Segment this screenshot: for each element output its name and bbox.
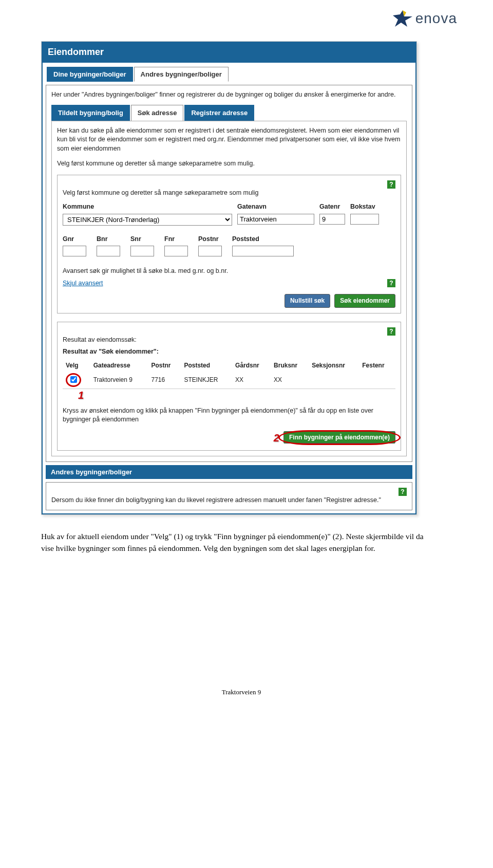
col-velg: Velg: [63, 360, 90, 372]
skjul-avansert-link[interactable]: Skjul avansert: [63, 279, 103, 288]
annotation-marker-1: 1: [78, 390, 84, 401]
subheader-andres: Andres bygninger/boliger: [46, 465, 412, 479]
sok-panel: Her kan du søke på alle eiendommer som e…: [51, 121, 407, 456]
col-bruksnr: Bruksnr: [271, 360, 309, 372]
manual-register-hint: Dersom du ikke finner din bolig/bygning …: [51, 496, 407, 505]
andre-intro-text: Her under "Andres bygninger/boliger" fin…: [51, 90, 407, 100]
snr-input[interactable]: [130, 246, 154, 256]
col-gardsnr: Gårdsnr: [232, 360, 271, 372]
subtab-registrer[interactable]: Registrer adresse: [184, 105, 254, 121]
cell-bruksnr: XX: [271, 372, 309, 389]
cell-gardsnr: XX: [232, 372, 271, 389]
help-icon[interactable]: ?: [387, 327, 395, 336]
gnr-input[interactable]: [63, 246, 86, 256]
logo-text: enova: [415, 10, 457, 27]
app-screenshot: Eiendommer Dine bygninger/boliger Andres…: [41, 41, 417, 515]
sok-eiendommer-button[interactable]: Søk eiendommer: [334, 294, 395, 308]
label-bokstav: Bokstav: [350, 202, 379, 212]
document-body-text: Huk av for aktuell eiendom under "Velg" …: [41, 530, 431, 555]
manual-register-hint-box: ? Dersom du ikke finner din bolig/bygnin…: [46, 482, 412, 511]
table-row: Traktorveien 9 7716 STEINKJER XX XX: [63, 372, 395, 389]
enova-logo: enova: [393, 10, 457, 27]
bnr-input[interactable]: [97, 246, 120, 256]
cell-poststed: STEINKJER: [181, 372, 232, 389]
result-heading-2: Resultat av "Søk eiendommer":: [63, 347, 395, 357]
kommune-select[interactable]: STEINKJER (Nord-Trønderlag): [63, 214, 232, 226]
col-seksjonsnr: Seksjonsnr: [309, 360, 359, 372]
help-icon[interactable]: ?: [399, 488, 407, 496]
finn-bygninger-button[interactable]: Finn bygninger på eiendommen(e): [283, 431, 395, 444]
search-form-box: ? Velg først kommune og deretter så mang…: [57, 175, 401, 313]
advanced-hint: Avansert søk gir mulighet til å søke bl.…: [63, 267, 395, 276]
andre-section: Her under "Andres bygninger/boliger" fin…: [46, 85, 412, 462]
cell-gateadresse: Traktorveien 9: [90, 372, 148, 389]
label-bnr: Bnr: [97, 235, 120, 244]
label-gnr: Gnr: [63, 235, 86, 244]
subtab-tildelt[interactable]: Tildelt bygning/bolig: [51, 105, 130, 121]
tab-dine-bygninger[interactable]: Dine bygninger/boliger: [47, 67, 133, 82]
velg-hint-1: Velg først kommune og deretter så mange …: [57, 159, 401, 169]
fnr-input[interactable]: [164, 246, 188, 256]
label-snr: Snr: [130, 235, 154, 244]
poststed-input[interactable]: [232, 246, 294, 256]
postnr-input[interactable]: [198, 246, 222, 256]
advanced-row: Gnr Bnr Snr Fnr Postnr Poststed: [63, 235, 395, 257]
help-icon[interactable]: ?: [387, 279, 395, 287]
label-gatenavn: Gatenavn: [237, 202, 314, 212]
svg-marker-0: [393, 10, 412, 27]
col-gateadresse: Gateadresse: [90, 360, 148, 372]
cell-postnr: 7716: [148, 372, 181, 389]
annotation-circle-1: [66, 373, 81, 387]
sub-tabs: Tildelt bygning/bolig Søk adresse Regist…: [51, 105, 407, 121]
panel-title: Eiendommer: [42, 42, 416, 63]
label-postnr: Postnr: [198, 235, 222, 244]
result-heading-1: Resultat av eiendomssøk:: [63, 336, 395, 345]
col-poststed: Poststed: [181, 360, 232, 372]
label-poststed: Poststed: [232, 235, 294, 244]
label-gatenr: Gatenr: [319, 202, 345, 212]
annotation-marker-2: 2: [274, 431, 279, 445]
col-postnr: Postnr: [148, 360, 181, 372]
result-box: ? Resultat av eiendomssøk: Resultat av "…: [57, 322, 401, 451]
gatenavn-input[interactable]: [237, 214, 314, 225]
tab-andres-bygninger[interactable]: Andres bygninger/boliger: [134, 67, 229, 82]
sok-intro-text: Her kan du søke på alle eiendommer som e…: [57, 126, 401, 154]
bokstav-input[interactable]: [350, 214, 379, 225]
label-fnr: Fnr: [164, 235, 188, 244]
subtab-sok-adresse[interactable]: Søk adresse: [131, 105, 184, 121]
nullstill-button[interactable]: Nullstill søk: [285, 294, 330, 308]
result-hint: Kryss av ønsket eiendom og klikk på knap…: [63, 407, 395, 424]
velg-checkbox[interactable]: [70, 376, 77, 383]
result-table: Velg Gateadresse Postnr Poststed Gårdsnr…: [63, 360, 395, 389]
help-icon[interactable]: ?: [387, 180, 395, 189]
velg-hint-2: Velg først kommune og deretter så mange …: [63, 189, 395, 198]
col-festenr: Festenr: [359, 360, 395, 372]
label-kommune: Kommune: [63, 202, 232, 212]
gatenr-input[interactable]: [319, 214, 345, 225]
page-footer: Traktorveien 9: [41, 688, 442, 696]
logo-star-icon: [393, 10, 412, 27]
top-tabs: Dine bygninger/boliger Andres bygninger/…: [43, 63, 415, 82]
